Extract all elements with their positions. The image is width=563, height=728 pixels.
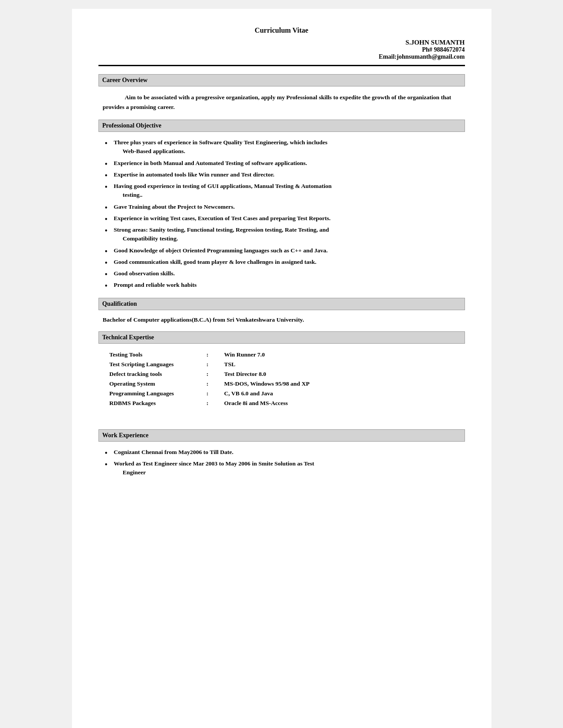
professional-objective-heading: Professional Objective — [98, 120, 465, 132]
tech-value: C, VB 6.0 and Java — [222, 389, 399, 398]
technical-expertise-heading: Technical Expertise — [98, 331, 465, 344]
table-row: Testing Tools : Win Runner 7.0 — [107, 350, 399, 360]
table-row: RDBMS Packages : Oracle 8i and MS-Access — [107, 398, 399, 408]
qualification-text: Bachelor of Computer applications(B.C.A)… — [98, 316, 465, 323]
table-row: Defect tracking tools : Test Director 8.… — [107, 369, 399, 379]
list-item: Prompt and reliable work habits — [107, 281, 465, 289]
tech-label: RDBMS Packages — [107, 398, 204, 408]
list-item: Worked as Test Engineer since Mar 2003 t… — [107, 459, 465, 477]
list-item: Experience in writing Test cases, Execut… — [107, 214, 465, 223]
table-row: Programming Languages : C, VB 6.0 and Ja… — [107, 389, 399, 398]
professional-objective-section: Professional Objective Three plus years … — [98, 120, 465, 290]
tech-value: TSL — [222, 360, 399, 369]
tech-colon: : — [204, 350, 222, 360]
list-item: Strong areas: Sanity testing, Functional… — [107, 225, 465, 244]
career-overview-section: Career Overview Aim to be associated wit… — [98, 74, 465, 112]
work-experience-list: Cognizant Chennai from May2006 to Till D… — [98, 448, 465, 477]
header-divider — [98, 65, 465, 66]
tech-value: Win Runner 7.0 — [222, 350, 399, 360]
tech-value: MS-DOS, Windows 95/98 and XP — [222, 379, 399, 389]
professional-objective-list: Three plus years of experience in Softwa… — [98, 138, 465, 290]
cv-title: Curriculum Vitae — [98, 26, 465, 34]
cv-header-right: S.JOHN SUMANTH Ph# 9884672074 Email:john… — [98, 39, 465, 60]
technical-expertise-section: Technical Expertise Testing Tools : Win … — [98, 331, 465, 408]
work-experience-section: Work Experience Cognizant Chennai from M… — [98, 429, 465, 477]
tech-colon: : — [204, 360, 222, 369]
list-item: Good Knowledge of object Oriented Progra… — [107, 246, 465, 255]
qualification-section: Qualification Bachelor of Computer appli… — [98, 298, 465, 323]
list-item: Expertise in automated tools like Win ru… — [107, 170, 465, 179]
tech-colon: : — [204, 389, 222, 398]
tech-colon: : — [204, 379, 222, 389]
tech-label: Programming Languages — [107, 389, 204, 398]
list-item: Good observation skills. — [107, 269, 465, 278]
tech-value: Test Director 8.0 — [222, 369, 399, 379]
list-item: Good communication skill, good team play… — [107, 258, 465, 266]
career-overview-text: Aim to be associated with a progressive … — [98, 93, 465, 112]
list-item: Gave Training about the Project to Newco… — [107, 203, 465, 211]
candidate-name: S.JOHN SUMANTH — [98, 39, 465, 46]
list-item: Experience in both Manual and Automated … — [107, 159, 465, 168]
tech-colon: : — [204, 398, 222, 408]
spacer — [98, 416, 465, 429]
table-row: Operating System : MS-DOS, Windows 95/98… — [107, 379, 399, 389]
career-overview-heading: Career Overview — [98, 74, 465, 86]
tech-label: Operating System — [107, 379, 204, 389]
qualification-heading: Qualification — [98, 298, 465, 310]
cv-header-center: Curriculum Vitae — [98, 26, 465, 34]
tech-label: Defect tracking tools — [107, 369, 204, 379]
tech-table-inner: Testing Tools : Win Runner 7.0 Test Scri… — [107, 350, 399, 408]
list-item: Having good experience in testing of GUI… — [107, 182, 465, 200]
tech-value: Oracle 8i and MS-Access — [222, 398, 399, 408]
list-item: Three plus years of experience in Softwa… — [107, 138, 465, 156]
technical-expertise-table: Testing Tools : Win Runner 7.0 Test Scri… — [107, 350, 456, 408]
table-row: Test Scripting Languages : TSL — [107, 360, 399, 369]
tech-colon: : — [204, 369, 222, 379]
resume-page: Curriculum Vitae S.JOHN SUMANTH Ph# 9884… — [72, 9, 491, 728]
tech-label: Test Scripting Languages — [107, 360, 204, 369]
tech-label: Testing Tools — [107, 350, 204, 360]
work-experience-heading: Work Experience — [98, 429, 465, 442]
candidate-phone: Ph# 9884672074 — [98, 46, 465, 53]
candidate-email: Email:johnsumanth@gmail.com — [98, 53, 465, 60]
list-item: Cognizant Chennai from May2006 to Till D… — [107, 448, 465, 457]
